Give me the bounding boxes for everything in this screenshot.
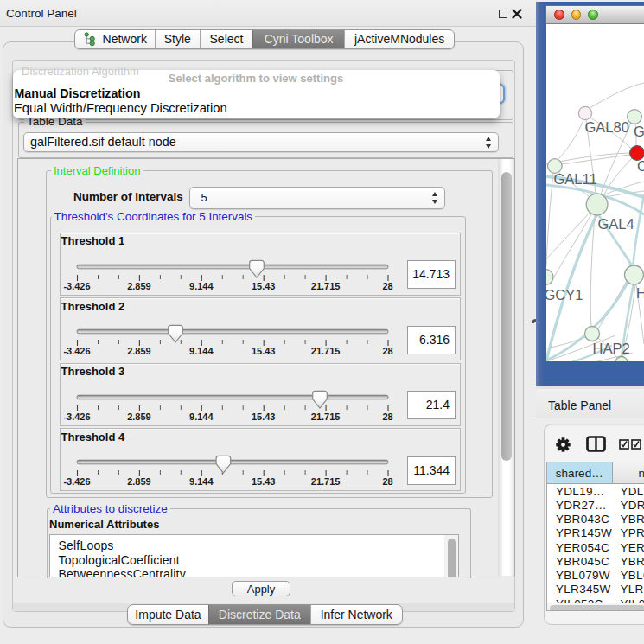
svg-text:GAL80: GAL80: [585, 119, 629, 135]
svg-text:GAL11: GAL11: [554, 171, 597, 187]
svg-text:GCY1: GCY1: [546, 286, 583, 302]
svg-text:GA: GA: [634, 124, 644, 139]
svg-text:H: H: [636, 285, 644, 301]
svg-text:HAP2: HAP2: [593, 340, 630, 355]
svg-text:GAL4: GAL4: [598, 215, 634, 231]
svg-text:C: C: [637, 157, 644, 173]
